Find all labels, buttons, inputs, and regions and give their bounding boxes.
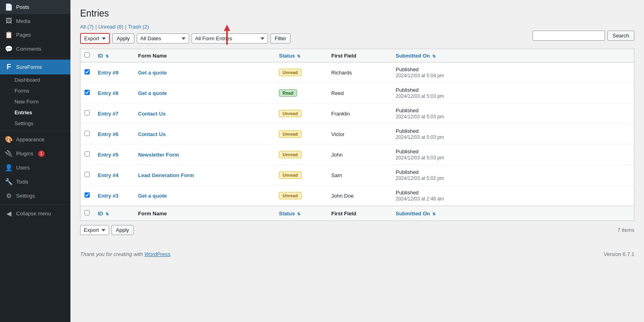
row-form-name: Contact Us [134,103,275,124]
table-row: Entry #6 Contact Us Unread Victor Publis… [80,124,634,144]
table-row: Entry #9 Get a quote Unread Richards Pub… [80,62,634,83]
entry-link[interactable]: Entry #3 [98,193,118,199]
row-checkbox[interactable] [85,110,90,116]
row-checkbox[interactable] [85,172,90,177]
sidebar-sub-entries[interactable]: Entries [0,107,70,118]
apply-button-bottom[interactable]: Apply [111,225,134,235]
th-id[interactable]: ID ⇅ [94,49,134,62]
entry-link[interactable]: Entry #6 [98,131,118,137]
sidebar-sub-forms[interactable]: Forms [0,85,70,96]
sidebar-item-users[interactable]: 👤 Users [0,161,70,175]
sidebar-item-posts[interactable]: 📄 Posts [0,0,70,14]
sidebar-item-comments[interactable]: 💬 Comments [0,42,70,56]
table-row: Entry #7 Contact Us Unread Franklin Publ… [80,103,634,124]
row-checkbox[interactable] [85,131,90,136]
row-submitted-on: Published 2024/12/03 at 5:03 pm [392,124,634,144]
entry-link[interactable]: Entry #5 [98,152,118,158]
footer-checkbox-cell [80,206,94,221]
entry-link[interactable]: Entry #7 [98,111,118,117]
bottom-toolbar: Export Apply 7 items [80,225,634,235]
action-select-top[interactable]: Export [80,33,110,44]
footer-submitted-on[interactable]: Submitted On ⇅ [392,206,634,221]
row-checkbox[interactable] [85,90,90,95]
submitted-label: Published [396,107,419,114]
sidebar-item-pages[interactable]: 📋 Pages [0,28,70,42]
form-name-link[interactable]: Newsletter Form [138,152,179,158]
sidebar-item-collapse[interactable]: ◀ Collapse menu [0,206,70,221]
th-status[interactable]: Status ⇅ [275,49,327,62]
row-first-field: Franklin [327,103,392,124]
status-badge: Unread [279,110,301,117]
status-badge: Unread [279,69,301,76]
entry-link[interactable]: Entry #9 [98,70,118,76]
submitted-label: Published [396,190,419,196]
sidebar-item-plugins[interactable]: 🔌 Plugins 1 [0,147,70,161]
tools-icon: 🔧 [5,178,13,186]
row-checkbox-cell [80,103,94,124]
pages-icon: 📋 [5,31,13,39]
table-header-row: ID ⇅ Form Name Status ⇅ First Field Subm… [80,49,634,62]
row-id: Entry #7 [94,103,134,124]
filter-all[interactable]: All (7) [80,24,94,30]
row-checkbox[interactable] [85,192,90,198]
sidebar-item-tools[interactable]: 🔧 Tools [0,175,70,189]
row-checkbox[interactable] [85,69,90,74]
submitted-label: Published [396,87,419,93]
sidebar-sub-settings[interactable]: Settings [0,118,70,129]
status-badge: Unread [279,171,301,179]
entry-link[interactable]: Entry #8 [98,90,118,96]
submitted-date: 2024/12/03 at 5:03 pm [396,155,444,161]
sidebar-sub-dashboard[interactable]: Dashboard [0,74,70,85]
form-name-link[interactable]: Get a quote [138,70,167,76]
media-icon: 🖼 [5,17,13,25]
filter-trash[interactable]: Trash (2) [128,24,149,30]
svg-marker-1 [224,25,230,31]
row-checkbox[interactable] [85,151,90,157]
row-checkbox-cell [80,83,94,103]
apply-button-top[interactable]: Apply [112,33,134,43]
row-first-field: Victor [327,124,392,144]
row-id: Entry #4 [94,165,134,186]
row-id: Entry #5 [94,144,134,165]
entry-link[interactable]: Entry #4 [98,172,118,178]
form-name-link[interactable]: Get a quote [138,193,167,199]
row-status: Unread [275,186,327,206]
sidebar-item-media[interactable]: 🖼 Media [0,14,70,28]
row-id: Entry #3 [94,186,134,206]
row-submitted-on: Published 2024/12/03 at 5:03 pm [392,144,634,165]
search-button[interactable]: Search [607,31,634,41]
row-id: Entry #8 [94,83,134,103]
row-checkbox-cell [80,124,94,144]
sidebar-item-appearance[interactable]: 🎨 Appearance [0,132,70,147]
form-name-link[interactable]: Contact Us [138,131,166,137]
page-title: Entries [80,8,634,19]
table-body: Entry #9 Get a quote Unread Richards Pub… [80,62,634,206]
filter-unread[interactable]: Unread (6) [98,24,123,30]
status-badge: Unread [279,151,301,158]
form-name-link[interactable]: Lead Generation Form [138,172,194,178]
th-submitted-on[interactable]: Submitted On ⇅ [392,49,634,62]
footer-form-name: Form Name [134,206,275,221]
sidebar-item-sureforms[interactable]: F SureForms [0,60,70,74]
submitted-date: 2024/12/03 at 5:03 pm [396,93,444,99]
action-select-bottom[interactable]: Export [80,225,109,235]
select-all-checkbox[interactable] [85,52,90,58]
footer-select-all-checkbox[interactable] [85,210,90,215]
footer-text: Thank you for creating with WordPress. [80,251,172,257]
row-status: Unread [275,124,327,144]
search-input[interactable] [533,31,605,41]
wordpress-link[interactable]: WordPress [144,251,170,257]
row-first-field: John [327,144,392,165]
row-form-name: Newsletter Form [134,144,275,165]
filter-button[interactable]: Filter [270,33,291,43]
form-name-link[interactable]: Get a quote [138,90,167,96]
footer-id[interactable]: ID ⇅ [94,206,134,221]
form-name-link[interactable]: Contact Us [138,111,166,117]
status-badge: Unread [279,130,301,138]
submitted-label: Published [396,66,419,72]
date-select[interactable]: All Dates [137,33,189,43]
row-first-field: Reed [327,83,392,103]
sidebar-item-settings[interactable]: ⚙ Settings [0,189,70,203]
sidebar-sub-new-form[interactable]: New Form [0,96,70,107]
footer-status[interactable]: Status ⇅ [275,206,327,221]
